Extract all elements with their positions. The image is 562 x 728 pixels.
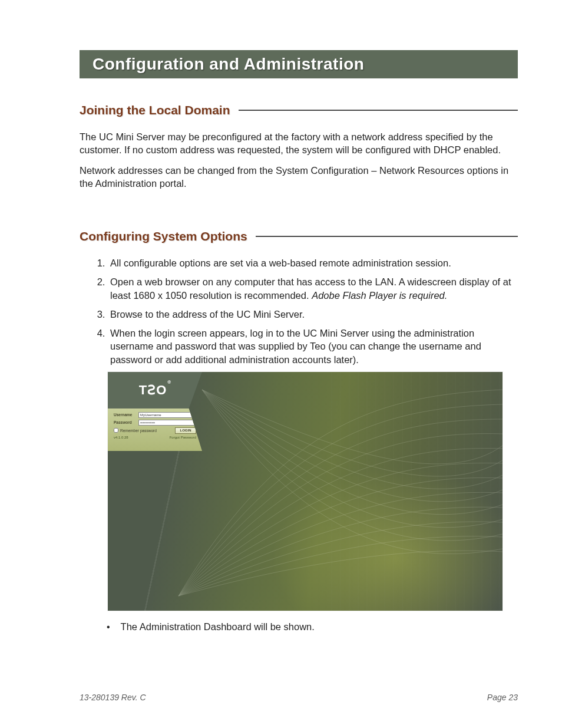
heading-rule bbox=[239, 110, 518, 111]
page-title: Configuration and Administration bbox=[92, 55, 364, 74]
paragraph: The UC Mini Server may be preconfigured … bbox=[80, 130, 518, 157]
username-input[interactable] bbox=[138, 412, 196, 418]
page-title-banner: Configuration and Administration bbox=[80, 50, 518, 78]
section-heading-row: Configuring System Options bbox=[80, 229, 518, 243]
forgot-password-link[interactable]: Forgot Password bbox=[170, 436, 196, 439]
section-heading-row: Joining the Local Domain bbox=[80, 103, 518, 117]
list-item: The Administration Dashboard will be sho… bbox=[108, 621, 518, 633]
remember-label: Remember password bbox=[120, 429, 157, 433]
list-item: Browse to the address of the UC Mini Ser… bbox=[108, 308, 518, 321]
section-heading-join: Joining the Local Domain bbox=[80, 103, 230, 117]
bullet-list: The Administration Dashboard will be sho… bbox=[108, 621, 518, 633]
page-footer: 13-280139 Rev. C Page 23 bbox=[80, 693, 518, 702]
list-item: All configurable options are set via a w… bbox=[108, 256, 518, 269]
paragraph: Network addresses can be changed from th… bbox=[80, 164, 518, 190]
footer-doc-id: 13-280139 Rev. C bbox=[80, 693, 146, 702]
section-heading-config: Configuring System Options bbox=[80, 229, 247, 243]
logo-bar: TƧO® bbox=[108, 372, 202, 409]
steps-list: All configurable options are set via a w… bbox=[108, 256, 518, 366]
list-item: When the login screen appears, log in to… bbox=[108, 327, 518, 366]
login-screenshot: TƧO® Username Password Remember password… bbox=[108, 372, 503, 611]
login-panel: Username Password Remember password LOGI… bbox=[108, 409, 202, 451]
username-label: Username bbox=[114, 413, 138, 417]
version-text: v4.1.0.28 bbox=[114, 436, 128, 439]
password-label: Password bbox=[114, 420, 138, 424]
heading-rule bbox=[256, 236, 518, 237]
list-item: Open a web browser on any computer that … bbox=[108, 275, 518, 302]
login-button[interactable]: LOGIN bbox=[175, 427, 196, 434]
footer-page-number: Page 23 bbox=[487, 693, 518, 702]
remember-checkbox[interactable] bbox=[114, 428, 118, 433]
password-input[interactable] bbox=[138, 420, 196, 426]
teo-logo: TƧO® bbox=[139, 383, 171, 398]
